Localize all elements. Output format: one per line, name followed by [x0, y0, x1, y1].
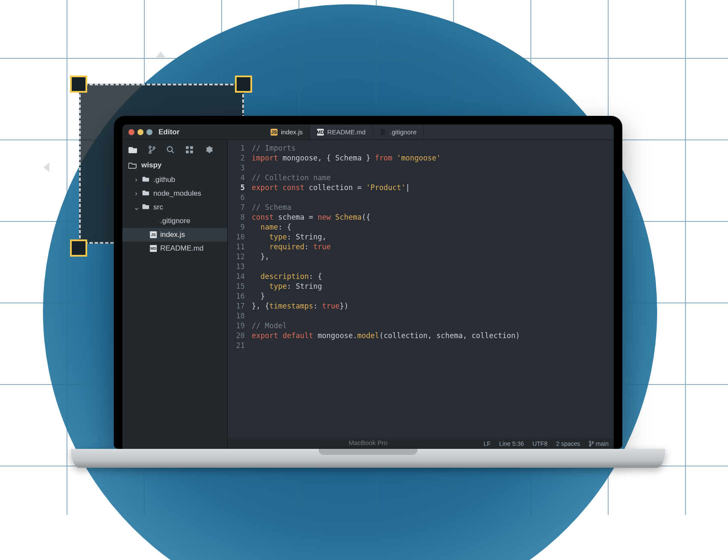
code-line: type: String,	[252, 232, 614, 242]
folder-icon	[142, 176, 150, 184]
folder--github[interactable]: ›.github	[122, 173, 227, 187]
svg-rect-5	[186, 150, 189, 153]
file-icon	[150, 218, 157, 224]
line-number: 8	[228, 212, 245, 222]
project-root[interactable]: wispy	[122, 159, 227, 173]
folder-icon	[142, 203, 150, 212]
file-icon: JS	[271, 129, 277, 136]
code-line: type: String	[252, 282, 614, 291]
file-index-js[interactable]: JSindex.js	[122, 228, 227, 242]
line-number: 14	[228, 272, 245, 282]
laptop-base	[71, 449, 665, 468]
code-line: name: {	[252, 222, 614, 232]
code-line: export const collection = 'Product'|	[252, 183, 614, 193]
file-icon: MD	[150, 245, 157, 252]
line-number: 21	[228, 341, 245, 351]
tab--gitignore[interactable]: .gitignore	[373, 124, 424, 139]
sidebar: wispy ›.github›node_modules⌄src.gitignor…	[122, 140, 228, 449]
tab-index-js[interactable]: JSindex.js	[264, 124, 310, 139]
code-area[interactable]: 123456789101112131415161718192021 // Imp…	[228, 140, 614, 438]
code-line: }, {timestamps: true})	[252, 301, 614, 311]
file-icon	[380, 129, 387, 136]
folder-src[interactable]: ⌄src	[122, 200, 227, 214]
code-line: const schema = new Schema({	[252, 212, 614, 222]
resize-handle-top-left	[72, 77, 85, 91]
project-name: wispy	[141, 161, 161, 170]
files-icon[interactable]	[128, 146, 138, 154]
chevron-left-icon	[43, 163, 49, 172]
svg-rect-7	[190, 146, 193, 149]
laptop-frame: Editor JSindex.jsMDREADME.md.gitignore	[114, 116, 622, 468]
line-number: 15	[228, 282, 245, 291]
maximize-window-button[interactable]	[146, 129, 152, 135]
editor-window: Editor JSindex.jsMDREADME.md.gitignore	[122, 124, 614, 449]
code-line: // Imports	[252, 143, 614, 153]
code-line	[252, 163, 614, 173]
line-number: 16	[228, 291, 245, 301]
window-title: Editor	[158, 124, 264, 139]
settings-icon[interactable]	[204, 145, 213, 154]
extensions-icon[interactable]	[185, 145, 194, 154]
code-line: // Model	[252, 321, 614, 331]
line-number: 17	[228, 301, 245, 311]
file-icon: MD	[317, 129, 324, 136]
laptop-label: MacBook Pro	[114, 439, 622, 446]
line-number: 3	[228, 163, 245, 173]
line-number: 5	[228, 183, 245, 193]
line-number: 9	[228, 222, 245, 232]
chevron-up-icon	[156, 51, 165, 58]
search-icon[interactable]	[166, 145, 175, 154]
code-lines: // Importsimport mongoose, { Schema } fr…	[252, 143, 614, 438]
tree-item-label: README.md	[160, 244, 204, 253]
line-number: 10	[228, 232, 245, 242]
laptop-notch	[319, 449, 417, 455]
line-number: 6	[228, 193, 245, 203]
svg-point-0	[149, 146, 151, 148]
tree-item-label: src	[153, 203, 163, 212]
file--gitignore[interactable]: .gitignore	[122, 214, 227, 228]
folder-icon	[142, 189, 150, 198]
line-number: 4	[228, 173, 245, 183]
code-line	[252, 193, 614, 203]
svg-point-1	[149, 151, 151, 154]
tab-label: index.js	[281, 128, 303, 136]
file-icon: JS	[150, 231, 157, 238]
tree-item-label: .github	[153, 176, 175, 184]
code-line: description: {	[252, 272, 614, 282]
file-tree: ›.github›node_modules⌄src.gitignoreJSind…	[122, 173, 227, 255]
line-number: 20	[228, 331, 245, 341]
branch-icon[interactable]	[148, 145, 156, 154]
line-number: 7	[228, 203, 245, 212]
resize-handle-bottom-left	[72, 241, 85, 255]
code-line: required: true	[252, 242, 614, 252]
editor-pane: 123456789101112131415161718192021 // Imp…	[228, 140, 614, 449]
code-line	[252, 341, 614, 351]
line-number: 13	[228, 262, 245, 272]
line-number: 11	[228, 242, 245, 252]
line-number: 12	[228, 252, 245, 262]
folder-node_modules[interactable]: ›node_modules	[122, 187, 227, 200]
laptop-screen: Editor JSindex.jsMDREADME.md.gitignore	[114, 116, 622, 449]
svg-rect-6	[190, 150, 193, 153]
svg-rect-4	[186, 146, 189, 149]
tab-readme-md[interactable]: MDREADME.md	[310, 124, 373, 139]
file-readme-md[interactable]: MDREADME.md	[122, 242, 227, 255]
code-line	[252, 262, 614, 272]
tab-label: README.md	[327, 128, 366, 136]
code-line: }	[252, 291, 614, 301]
code-line: import mongoose, { Schema } from 'mongoo…	[252, 153, 614, 163]
tree-item-label: .gitignore	[160, 217, 190, 225]
close-window-button[interactable]	[128, 129, 134, 135]
sidebar-toolbar	[122, 140, 227, 159]
minimize-window-button[interactable]	[137, 129, 143, 135]
line-number: 1	[228, 143, 245, 153]
line-number: 18	[228, 311, 245, 321]
chevron-right-icon[interactable]: ›	[134, 189, 139, 198]
chevron-down-icon[interactable]: ⌄	[134, 203, 139, 212]
code-line: export default mongoose.model(collection…	[252, 331, 614, 341]
code-line: // Schema	[252, 203, 614, 212]
tab-bar: JSindex.jsMDREADME.md.gitignore	[264, 124, 614, 139]
titlebar: Editor JSindex.jsMDREADME.md.gitignore	[122, 124, 614, 140]
line-number: 19	[228, 321, 245, 331]
chevron-right-icon[interactable]: ›	[134, 176, 139, 184]
